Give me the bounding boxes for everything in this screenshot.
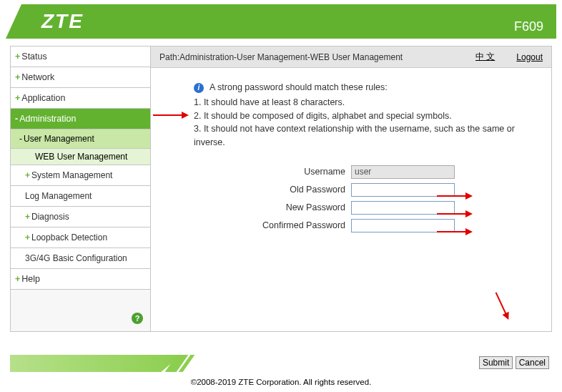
annotation-arrow-icon <box>437 210 473 217</box>
nav-network[interactable]: Network <box>11 67 150 88</box>
nav-help[interactable]: Help <box>11 269 150 290</box>
nav-log-management[interactable]: Log Management <box>11 186 150 207</box>
breadcrumb: Path:Administration-User Management-WEB … <box>159 52 468 62</box>
brand-logo: ZTE <box>41 10 84 33</box>
row-new-pw: New Password <box>194 201 530 215</box>
copyright-text: ©2008-2019 ZTE Corporation. All rights r… <box>0 372 562 392</box>
breadcrumb-bar: Path:Administration-User Management-WEB … <box>151 46 551 68</box>
content-body: i A strong password should match these r… <box>151 68 551 244</box>
nav-administration[interactable]: Administration <box>11 109 150 129</box>
nav-diagnosis[interactable]: Diagnosis <box>11 207 150 227</box>
label-username: Username <box>194 167 351 177</box>
password-form: Username Old Password New Password Confi… <box>194 165 530 232</box>
nav-3g4g-config[interactable]: 3G/4G Basic Configuration <box>11 248 150 269</box>
info-rule-3: 3. It should not have context relationsh… <box>194 122 530 150</box>
info-title: A strong password should match these rul… <box>209 81 388 94</box>
annotation-arrow-icon <box>496 292 509 318</box>
device-model: F609 <box>514 19 543 34</box>
info-title-row: i A strong password should match these r… <box>194 81 530 94</box>
info-icon: i <box>194 83 204 93</box>
header: ZTE F609 <box>6 4 556 39</box>
label-confirm-pw: Confirmed Password <box>194 220 351 230</box>
sidebar: Status Network Application Administratio… <box>10 46 150 332</box>
content-panel: Path:Administration-User Management-WEB … <box>150 46 552 332</box>
annotation-arrow-icon <box>153 112 189 119</box>
info-rule-1: 1. It should have at least 8 characters. <box>194 96 530 109</box>
footer: Submit Cancel ©2008-2019 ZTE Corporation… <box>0 355 562 392</box>
nav-application[interactable]: Application <box>11 88 150 109</box>
input-username <box>351 165 455 179</box>
label-new-pw: New Password <box>194 202 351 212</box>
language-link[interactable]: 中 文 <box>475 51 495 63</box>
help-icon[interactable]: ? <box>132 313 143 324</box>
row-username: Username <box>194 165 530 179</box>
annotation-arrow-icon <box>437 192 473 200</box>
logout-link[interactable]: Logout <box>516 52 543 62</box>
footer-stripe <box>10 355 182 372</box>
nav-user-management[interactable]: User Management <box>11 129 150 149</box>
info-rule-2: 2. It should be composed of digits, alph… <box>194 109 530 123</box>
cancel-button[interactable]: Cancel <box>516 356 549 369</box>
footer-bar: Submit Cancel <box>10 355 552 372</box>
nav-system-management[interactable]: System Management <box>11 165 150 186</box>
header-slant <box>6 4 21 39</box>
nav-web-user-management[interactable]: WEB User Management <box>11 149 150 165</box>
nav-loopback-detection[interactable]: Loopback Detection <box>11 227 150 248</box>
row-old-pw: Old Password <box>194 183 530 197</box>
row-confirm-pw: Confirmed Password <box>194 219 530 232</box>
annotation-arrow-icon <box>437 228 473 235</box>
button-group: Submit Cancel <box>479 356 549 369</box>
main-area: Status Network Application Administratio… <box>10 46 552 332</box>
label-old-pw: Old Password <box>194 185 351 195</box>
nav-status[interactable]: Status <box>11 46 150 67</box>
submit-button[interactable]: Submit <box>479 356 513 369</box>
